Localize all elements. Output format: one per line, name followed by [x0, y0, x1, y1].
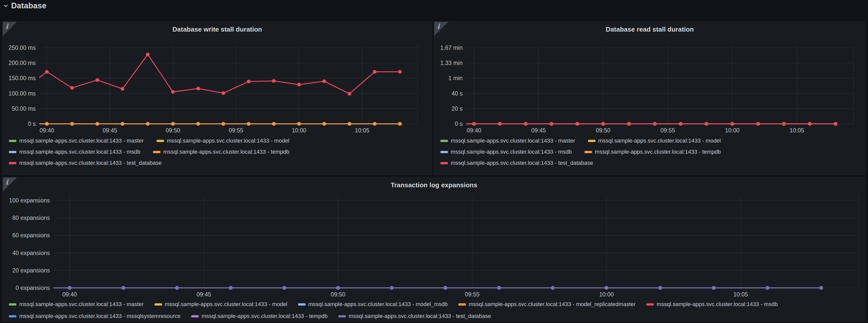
series-point[interactable]: [247, 122, 250, 125]
series-point[interactable]: [247, 80, 250, 83]
series-point[interactable]: [272, 122, 276, 125]
series-point[interactable]: [550, 122, 553, 125]
series-point[interactable]: [70, 122, 74, 125]
series-point[interactable]: [472, 122, 476, 125]
section-header-database[interactable]: Database: [3, 1, 46, 11]
series-point[interactable]: [627, 122, 631, 125]
legend-label: mssql.sample-apps.svc.cluster.local:1433…: [595, 149, 721, 155]
legend-item[interactable]: mssql.sample-apps.svc.cluster.local:1433…: [9, 159, 162, 167]
legend-item[interactable]: mssql.sample-apps.svc.cluster.local:1433…: [191, 313, 328, 320]
legend-color-swatch: [9, 162, 17, 164]
series-point[interactable]: [196, 122, 200, 125]
series-point[interactable]: [336, 286, 340, 290]
legend-item[interactable]: mssql.sample-apps.svc.cluster.local:1433…: [440, 159, 593, 167]
series-point[interactable]: [122, 286, 125, 290]
series-point[interactable]: [398, 122, 402, 125]
legend-color-swatch: [440, 140, 448, 142]
series-point[interactable]: [45, 122, 49, 125]
series-point[interactable]: [819, 286, 823, 290]
series-point[interactable]: [297, 83, 301, 86]
series-point[interactable]: [171, 122, 175, 125]
series-point[interactable]: [222, 91, 225, 95]
series-point[interactable]: [398, 70, 402, 74]
series-point[interactable]: [766, 286, 769, 290]
legend-item[interactable]: mssql.sample-apps.svc.cluster.local:1433…: [646, 301, 778, 308]
series-point[interactable]: [322, 79, 326, 83]
legend-item[interactable]: mssql.sample-apps.svc.cluster.local:1433…: [156, 137, 289, 144]
series-point[interactable]: [146, 52, 149, 56]
series-point[interactable]: [121, 122, 124, 125]
series-point[interactable]: [373, 70, 376, 74]
series-point[interactable]: [229, 286, 232, 290]
y-axis-tick-label: 1 min: [448, 75, 463, 81]
legend-item[interactable]: mssql.sample-apps.svc.cluster.local:1433…: [338, 313, 491, 320]
series-point[interactable]: [604, 286, 608, 290]
x-axis-tick-label: 10:00: [725, 127, 740, 134]
legend-color-swatch: [338, 315, 346, 317]
y-axis-tick-label: 20 s: [452, 105, 463, 112]
series-point[interactable]: [348, 122, 351, 125]
legend-item[interactable]: mssql.sample-apps.svc.cluster.local:1433…: [154, 301, 287, 308]
series-point[interactable]: [373, 122, 376, 125]
series-point[interactable]: [175, 286, 179, 290]
series-point[interactable]: [551, 286, 555, 290]
legend-item[interactable]: mssql.sample-apps.svc.cluster.local:1433…: [153, 148, 289, 155]
series-point[interactable]: [497, 286, 501, 290]
y-axis-tick-label: 80 expansions: [12, 215, 50, 221]
y-axis-tick-label: 100 expansions: [9, 197, 50, 204]
series-point[interactable]: [45, 70, 49, 74]
series-point[interactable]: [712, 286, 716, 290]
series-point[interactable]: [782, 122, 786, 125]
series-point[interactable]: [121, 87, 124, 91]
series-point[interactable]: [196, 87, 200, 90]
series-point[interactable]: [808, 122, 811, 125]
legend-item[interactable]: mssql.sample-apps.svc.cluster.local:1433…: [9, 313, 181, 320]
legend-label: mssql.sample-apps.svc.cluster.local:1433…: [451, 160, 593, 166]
legend-item[interactable]: mssql.sample-apps.svc.cluster.local:1433…: [440, 137, 575, 144]
panel-title[interactable]: Database write stall duration: [3, 22, 432, 33]
series-point[interactable]: [601, 122, 605, 125]
series-point[interactable]: [322, 122, 326, 125]
series-point[interactable]: [348, 92, 351, 96]
series-point[interactable]: [679, 122, 682, 125]
series-point[interactable]: [272, 79, 276, 83]
x-axis-tick-label: 09:40: [467, 127, 482, 134]
legend-item[interactable]: mssql.sample-apps.svc.cluster.local:1433…: [588, 137, 721, 144]
x-axis-tick-label: 10:05: [355, 127, 369, 134]
series-point[interactable]: [68, 286, 71, 290]
legend-item[interactable]: mssql.sample-apps.svc.cluster.local:1433…: [584, 148, 721, 155]
series-point[interactable]: [498, 122, 502, 125]
series-point[interactable]: [658, 286, 662, 290]
series-point[interactable]: [146, 122, 149, 125]
series-point[interactable]: [283, 286, 286, 290]
series-point[interactable]: [705, 122, 708, 125]
legend-item[interactable]: mssql.sample-apps.svc.cluster.local:1433…: [440, 148, 572, 155]
series-point[interactable]: [95, 78, 99, 82]
time-series-chart-log-expansions[interactable]: 0 expansions20 expansions40 expansions60…: [3, 177, 865, 321]
series-point[interactable]: [834, 122, 837, 125]
series-point[interactable]: [653, 122, 657, 125]
legend-item[interactable]: mssql.sample-apps.svc.cluster.local:1433…: [9, 148, 140, 155]
legend-label: mssql.sample-apps.svc.cluster.local:1433…: [19, 160, 162, 166]
x-axis-tick-label: 09:55: [229, 127, 243, 134]
series-point[interactable]: [390, 286, 394, 290]
legend-item[interactable]: mssql.sample-apps.svc.cluster.local:1433…: [9, 137, 144, 144]
series-point[interactable]: [95, 122, 99, 125]
panel-title[interactable]: Transaction log expansions: [3, 177, 865, 189]
series-point[interactable]: [297, 122, 301, 125]
series-point[interactable]: [731, 122, 734, 125]
legend-label: mssql.sample-apps.svc.cluster.local:1433…: [657, 301, 778, 308]
legend-item[interactable]: mssql.sample-apps.svc.cluster.local:1433…: [298, 301, 448, 308]
legend-item[interactable]: mssql.sample-apps.svc.cluster.local:1433…: [9, 301, 144, 308]
panel-title[interactable]: Database read stall duration: [434, 22, 865, 33]
y-axis-tick-label: 50.00 ms: [12, 105, 36, 112]
series-point[interactable]: [171, 90, 175, 94]
series-point[interactable]: [524, 122, 527, 125]
series-point[interactable]: [70, 86, 74, 90]
series-point[interactable]: [444, 286, 447, 290]
series-point[interactable]: [222, 122, 225, 125]
legend-color-swatch: [646, 303, 654, 306]
legend-item[interactable]: mssql.sample-apps.svc.cluster.local:1433…: [458, 301, 636, 308]
series-point[interactable]: [576, 122, 579, 125]
series-point[interactable]: [756, 122, 760, 125]
